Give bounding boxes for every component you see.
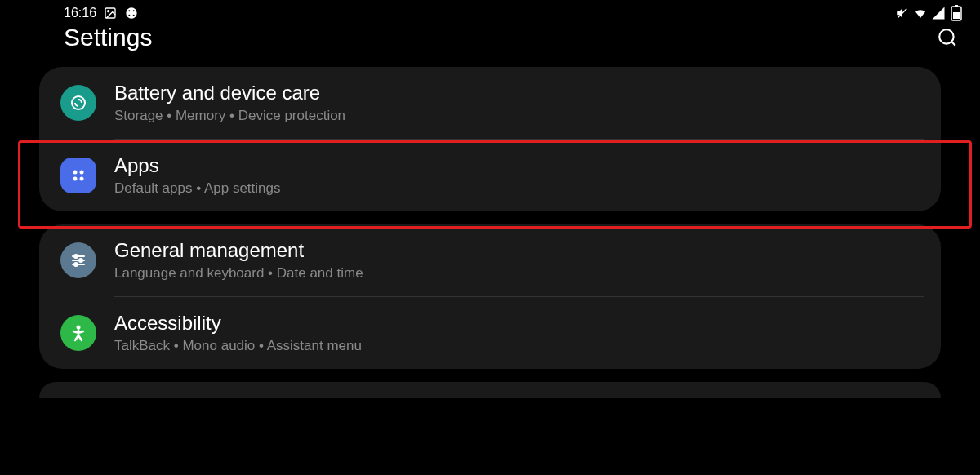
svg-point-2 xyxy=(126,7,136,18)
page-title: Settings xyxy=(64,24,152,51)
settings-item-accessibility[interactable]: Accessibility TalkBack • Mono audio • As… xyxy=(39,297,941,369)
settings-group: Battery and device care Storage • Memory… xyxy=(39,67,941,211)
device-care-icon xyxy=(60,85,96,121)
settings-item-battery-device-care[interactable]: Battery and device care Storage • Memory… xyxy=(39,67,941,139)
general-management-icon xyxy=(60,242,96,278)
item-subtitle: TalkBack • Mono audio • Assistant menu xyxy=(114,338,362,354)
svg-point-21 xyxy=(74,255,78,258)
item-text: Apps Default apps • App settings xyxy=(114,154,280,197)
search-button[interactable] xyxy=(933,23,962,52)
apps-icon xyxy=(60,158,96,193)
item-subtitle: Language and keyboard • Date and time xyxy=(114,265,363,282)
settings-item-apps[interactable]: Apps Default apps • App settings xyxy=(39,140,941,211)
status-bar: 16:16 xyxy=(0,0,980,23)
svg-point-13 xyxy=(72,96,85,109)
mute-icon xyxy=(895,6,910,20)
status-time: 16:16 xyxy=(64,6,96,20)
settings-group: General management Language and keyboard… xyxy=(39,224,941,369)
wifi-icon xyxy=(913,6,928,20)
svg-point-16 xyxy=(74,177,78,181)
item-title: Accessibility xyxy=(114,312,362,335)
svg-point-11 xyxy=(939,29,953,43)
item-title: Apps xyxy=(114,154,280,177)
item-subtitle: Storage • Memory • Device protection xyxy=(114,108,345,124)
item-title: Battery and device care xyxy=(114,82,345,104)
svg-point-23 xyxy=(74,263,78,266)
settings-group-partial xyxy=(39,382,941,398)
svg-point-6 xyxy=(133,15,135,16)
svg-point-1 xyxy=(108,11,109,12)
item-title: General management xyxy=(114,239,363,262)
svg-point-15 xyxy=(80,171,84,175)
item-subtitle: Default apps • App settings xyxy=(114,180,280,197)
image-icon xyxy=(103,6,118,20)
svg-point-5 xyxy=(128,15,130,16)
accessibility-icon xyxy=(60,315,96,351)
search-icon xyxy=(937,27,958,48)
header: Settings xyxy=(0,23,980,62)
svg-rect-9 xyxy=(955,5,958,7)
dice-icon xyxy=(124,6,139,20)
item-text: General management Language and keyboard… xyxy=(114,239,363,282)
svg-point-3 xyxy=(128,10,130,11)
battery-icon xyxy=(949,6,964,20)
status-right xyxy=(895,6,964,20)
item-text: Accessibility TalkBack • Mono audio • As… xyxy=(114,312,362,354)
signal-icon xyxy=(931,6,946,20)
svg-rect-10 xyxy=(953,12,960,19)
svg-point-22 xyxy=(79,259,82,262)
item-text: Battery and device care Storage • Memory… xyxy=(114,82,345,124)
svg-point-4 xyxy=(133,10,135,11)
settings-item-general-management[interactable]: General management Language and keyboard… xyxy=(39,224,941,296)
svg-point-17 xyxy=(80,177,84,181)
svg-point-14 xyxy=(74,171,78,175)
status-left: 16:16 xyxy=(64,6,139,20)
svg-line-12 xyxy=(951,42,956,46)
